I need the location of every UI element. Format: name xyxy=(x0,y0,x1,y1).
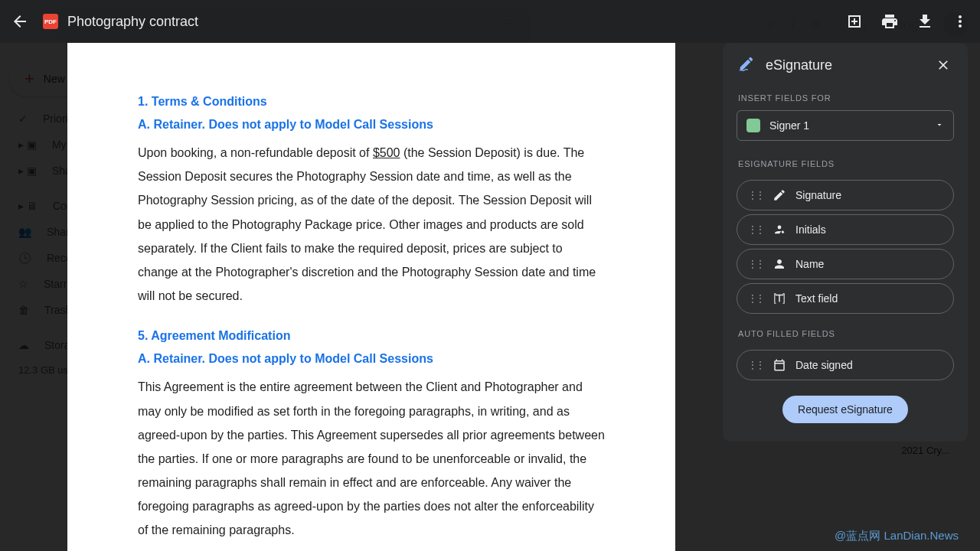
viewer-topbar: PDF Photography contract xyxy=(0,0,980,43)
drag-handle-icon: ⋮⋮ xyxy=(748,190,763,201)
esignature-panel: eSignature INSERT FIELDS FOR Signer 1 ES… xyxy=(723,43,968,442)
close-button[interactable] xyxy=(934,56,952,74)
document-page: 1. Terms & Conditions A. Retainer. Does … xyxy=(67,43,675,551)
field-textfield[interactable]: ⋮⋮ Text field xyxy=(737,283,954,314)
paragraph: This Agreement is the entire agreement b… xyxy=(138,375,605,542)
field-date-signed[interactable]: ⋮⋮ Date signed xyxy=(737,350,954,380)
auto-filled-fields-label: AUTO FILLED FIELDS xyxy=(723,321,968,346)
more-icon[interactable] xyxy=(951,12,969,31)
print-icon[interactable] xyxy=(880,12,899,31)
subsection-heading: A. Retainer. Does not apply to Model Cal… xyxy=(138,118,605,132)
panel-title: eSignature xyxy=(766,57,832,73)
esignature-icon xyxy=(738,55,755,75)
paragraph: Upon booking, a non-refundable deposit o… xyxy=(138,141,605,308)
back-button[interactable] xyxy=(11,12,29,31)
field-initials[interactable]: ⋮⋮ Initials xyxy=(737,214,954,245)
section-heading: 5. Agreement Modification xyxy=(138,329,605,343)
signature-icon xyxy=(773,188,786,202)
section-heading: 1. Terms & Conditions xyxy=(138,95,605,109)
field-name[interactable]: ⋮⋮ Name xyxy=(737,249,954,279)
calendar-icon xyxy=(773,358,786,372)
download-icon[interactable] xyxy=(916,12,934,31)
person-icon xyxy=(773,257,786,271)
request-esignature-button[interactable]: Request eSignature xyxy=(782,396,908,423)
text-field-icon xyxy=(773,292,786,305)
signer-dropdown[interactable]: Signer 1 xyxy=(737,110,954,141)
chevron-down-icon xyxy=(935,119,944,132)
document-title: Photography contract xyxy=(67,14,198,30)
drag-handle-icon: ⋮⋮ xyxy=(748,360,763,370)
signer-color-chip xyxy=(746,119,760,132)
field-signature[interactable]: ⋮⋮ Signature xyxy=(737,180,954,210)
insert-fields-for-label: INSERT FIELDS FOR xyxy=(723,86,968,110)
drag-handle-icon: ⋮⋮ xyxy=(748,293,763,304)
drag-handle-icon: ⋮⋮ xyxy=(748,259,763,269)
watermark: @蓝点网 LanDian.News xyxy=(835,529,959,543)
esignature-fields-label: ESIGNATURE FIELDS xyxy=(723,152,968,176)
svg-point-0 xyxy=(778,226,782,230)
add-to-drive-icon[interactable] xyxy=(845,12,864,31)
subsection-heading: A. Retainer. Does not apply to Model Cal… xyxy=(138,352,605,366)
pdf-badge-icon: PDF xyxy=(43,14,58,29)
initials-icon xyxy=(773,223,786,236)
drag-handle-icon: ⋮⋮ xyxy=(748,224,763,235)
